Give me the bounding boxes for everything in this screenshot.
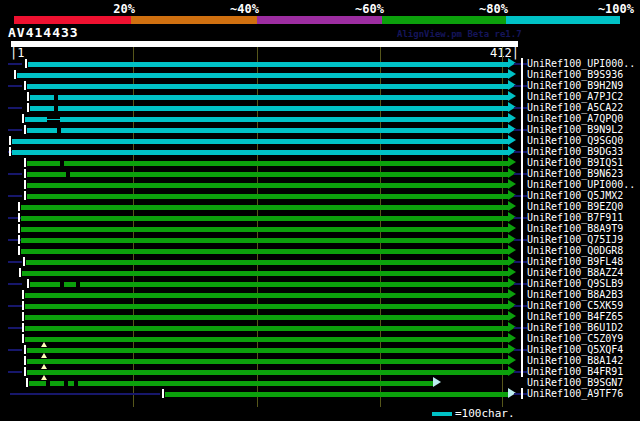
alignment-bar[interactable] [26, 260, 508, 265]
alignment-bar[interactable] [27, 370, 508, 375]
alignment-arrowhead-icon [508, 91, 516, 101]
subject-label[interactable]: UniRef100_A5CA22 [527, 102, 623, 113]
alignment-end-tick [521, 300, 523, 311]
alignment-bar[interactable] [27, 172, 508, 177]
gap-mark [54, 95, 58, 100]
subject-label[interactable]: UniRef100_Q9SLB9 [527, 278, 623, 289]
alignment-end-tick [521, 135, 523, 146]
alignment-bar[interactable] [21, 238, 508, 243]
alignment-bar[interactable] [22, 271, 508, 276]
alignment-bar[interactable] [28, 62, 508, 67]
subject-label[interactable]: UniRef100_Q0DGR8 [527, 245, 623, 256]
alignment-start-tick [22, 301, 24, 310]
subject-label[interactable]: UniRef100_Q5XQF4 [527, 344, 623, 355]
alignment-bar[interactable] [21, 227, 508, 232]
subject-label[interactable]: UniRef100_A7QPQ0 [527, 113, 623, 124]
subject-label[interactable]: UniRef100_C5XK59 [527, 300, 623, 311]
alignment-bar[interactable] [27, 128, 508, 133]
subject-label[interactable]: UniRef100_B9DG33 [527, 146, 623, 157]
subject-label[interactable]: UniRef100_B9EZQ0 [527, 201, 623, 212]
alignment-bar[interactable] [25, 326, 508, 331]
alignment-end-tick [521, 113, 523, 124]
alignment-end-tick [521, 91, 523, 102]
gap-mark [66, 172, 70, 177]
alignment-arrowhead-icon [508, 333, 516, 343]
alignment-bar[interactable] [21, 249, 508, 254]
alignment-arrowhead-icon [508, 201, 516, 211]
row-left-connector [8, 371, 22, 373]
subject-label[interactable]: UniRef100_B9S936 [527, 69, 623, 80]
alignment-bar[interactable] [27, 84, 508, 89]
row-left-connector [8, 63, 22, 65]
alignment-bar[interactable] [17, 73, 508, 78]
alignment-bar[interactable] [29, 381, 433, 386]
subject-label[interactable]: UniRef100_B9N9L2 [527, 124, 623, 135]
alignment-start-tick [22, 323, 24, 332]
row-left-connector [8, 261, 22, 263]
subject-label[interactable]: UniRef100_B4FZ65 [527, 311, 623, 322]
alignment-bar[interactable] [27, 359, 508, 364]
alignment-end-tick [521, 190, 523, 201]
subject-label[interactable]: UniRef100_UPI000.. [527, 179, 635, 190]
alignment-bar[interactable] [25, 117, 508, 122]
subject-label[interactable]: UniRef100_B9IQS1 [527, 157, 623, 168]
alignment-end-tick [521, 80, 523, 91]
alignment-start-tick [18, 246, 20, 255]
alignment-bar[interactable] [25, 315, 508, 320]
alignment-end-tick [521, 267, 523, 278]
subject-label[interactable]: UniRef100_Q75IJ9 [527, 234, 623, 245]
alignment-end-tick [521, 245, 523, 256]
subject-label[interactable]: UniRef100_Q5JMX2 [527, 190, 623, 201]
alignment-bar[interactable] [25, 304, 508, 309]
gap-mark [54, 106, 58, 111]
alignment-start-tick [22, 312, 24, 321]
alignment-bar[interactable] [165, 392, 508, 397]
alignment-bar[interactable] [12, 150, 508, 155]
alignment-end-tick [521, 58, 523, 69]
alignment-bar[interactable] [27, 348, 508, 353]
alignment-end-tick [521, 344, 523, 355]
subject-label[interactable]: UniRef100_B7F911 [527, 212, 623, 223]
subject-label[interactable]: UniRef100_A7PJC2 [527, 91, 623, 102]
alignment-bar[interactable] [21, 205, 508, 210]
subject-label[interactable]: UniRef100_B9H2N9 [527, 80, 623, 91]
alignment-start-tick [18, 235, 20, 244]
alignment-start-tick [24, 125, 26, 134]
subject-label[interactable]: UniRef100_B8A9T9 [527, 223, 623, 234]
alignment-start-tick [9, 147, 11, 156]
alignment-end-tick [521, 311, 523, 322]
alignment-bar[interactable] [30, 95, 508, 100]
alignment-bar[interactable] [27, 194, 508, 199]
subject-label[interactable]: UniRef100_B9FL48 [527, 256, 623, 267]
alignment-bar[interactable] [30, 106, 508, 111]
subject-label[interactable]: UniRef100_B6U1D2 [527, 322, 623, 333]
alignment-arrowhead-icon [508, 113, 516, 123]
alignment-arrowhead-icon [508, 135, 516, 145]
alignment-end-tick [521, 223, 523, 234]
alignment-start-tick [22, 114, 24, 123]
alignment-bar[interactable] [25, 293, 508, 298]
alignment-bar[interactable] [30, 282, 508, 287]
alignment-start-tick [24, 169, 26, 178]
alignment-end-tick [521, 234, 523, 245]
subject-label[interactable]: UniRef100_B8A2B3 [527, 289, 623, 300]
subject-label[interactable]: UniRef100_B9SGN7 [527, 377, 623, 388]
alignment-bar[interactable] [12, 139, 508, 144]
subject-label[interactable]: UniRef100_B8AZZ4 [527, 267, 623, 278]
subject-label[interactable]: UniRef100_Q9SGQ0 [527, 135, 623, 146]
subject-overhang-line [10, 393, 160, 395]
subject-label[interactable]: UniRef100_B9N623 [527, 168, 623, 179]
subject-label[interactable]: UniRef100_B8A142 [527, 355, 623, 366]
subject-label[interactable]: UniRef100_C5Z0Y9 [527, 333, 623, 344]
alignment-end-tick [521, 179, 523, 190]
alignment-bar[interactable] [27, 161, 508, 166]
alignment-start-tick [24, 367, 26, 376]
alignment-bar[interactable] [21, 216, 508, 221]
alignment-bar[interactable] [27, 183, 508, 188]
alignment-bar[interactable] [25, 337, 508, 342]
subject-label[interactable]: UniRef100_B4FR91 [527, 366, 623, 377]
subject-label[interactable]: UniRef100_A9TF76 [527, 388, 623, 399]
subject-label[interactable]: UniRef100_UPI000.. [527, 58, 635, 69]
alignment-arrowhead-icon [508, 289, 516, 299]
scalebar-label: =100char. [455, 406, 515, 421]
